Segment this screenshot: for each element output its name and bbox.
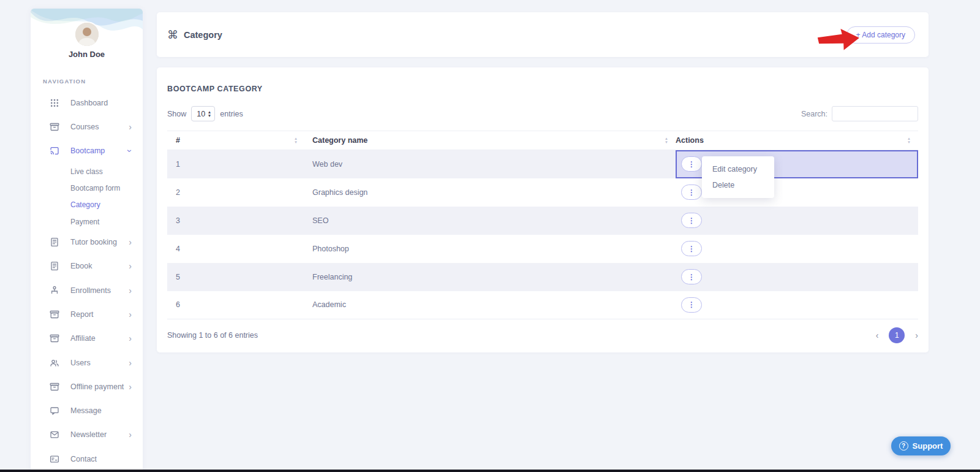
pagination-page-1[interactable]: 1 [889,327,905,343]
chevron-right-icon: › [129,238,132,246]
sidebar-item-label: Bootcamp [70,147,129,155]
entries-label: entries [220,110,243,118]
sort-icon: ▲▼ [665,137,668,144]
sidebar-item-label: Tutor booking [70,238,129,246]
panel-title: BOOTCAMP CATEGORY [167,67,918,93]
sidebar-item-label: Offline payment [70,383,129,391]
column-header-index[interactable]: # ▲▼ [167,131,312,150]
archive-icon [50,382,59,392]
row-category-name: Academic [312,291,676,319]
cast-icon [50,146,59,156]
bootcamp-category-panel: BOOTCAMP CATEGORY Show 10 ▲▼ entries Sea… [157,67,929,352]
chevron-right-icon: › [129,286,132,295]
chevron-right-icon: › [129,430,132,439]
submenu-item-category[interactable]: Category [31,197,143,213]
actions-cell-selected: ⋮ Edit category Delete [676,150,918,178]
user-avatar [75,23,99,46]
sidebar-item-label: Report [70,310,129,319]
sidebar-item-label: Users [70,359,129,367]
search-input[interactable] [832,106,918,121]
sidebar-item-label: Dashboard [70,99,132,107]
row-category-name: Freelancing [312,263,676,291]
table-row: 5 Freelancing ⋮ [167,263,918,291]
sort-icon: ▲▼ [907,137,911,144]
table-row: 2 Graphics design ⋮ [167,178,918,207]
red-arrow-annotation [816,28,862,56]
row-actions-button[interactable]: ⋮ [681,185,702,200]
table-header-row: # ▲▼ Category name ▲▼ Actions ▲▼ [167,131,918,150]
sidebar-item-report[interactable]: Report › [31,302,143,326]
row-category-name: Web dev [312,150,676,178]
submenu-item-live-class[interactable]: Live class [31,163,143,180]
pagination: ‹ 1 › [876,327,918,343]
page-size-select[interactable]: 10 ▲▼ [191,106,215,121]
question-icon: ? [899,441,908,451]
table-row: 6 Academic ⋮ [167,291,918,319]
row-actions-button[interactable]: ⋮ [681,297,702,313]
menu-item-delete[interactable]: Delete [702,177,774,193]
row-category-name: Graphics design [312,178,676,207]
archive-icon [50,333,59,343]
chat-icon [50,406,59,416]
support-button[interactable]: ? Support [891,436,951,455]
chevron-right-icon: › [129,123,132,131]
chevron-right-icon: › [129,310,132,319]
archive-icon [50,310,59,319]
chevron-right-icon: › [129,334,132,343]
sidebar-item-message[interactable]: Message [31,399,143,423]
sidebar-item-label: Courses [70,123,129,131]
pagination-next-icon[interactable]: › [915,330,918,340]
sidebar-nav: Dashboard Courses › Bootcamp › Live clas… [31,91,143,471]
row-actions-button[interactable]: ⋮ [681,156,702,172]
chevron-down-icon: › [126,150,135,153]
menu-item-edit-category[interactable]: Edit category [702,161,774,177]
sidebar-item-ebook[interactable]: Ebook › [31,254,143,278]
submenu-item-bootcamp-form[interactable]: Bootcamp form [31,180,143,196]
sidebar-item-bootcamp[interactable]: Bootcamp › [31,139,143,163]
row-actions-button[interactable]: ⋮ [681,241,702,256]
sidebar-item-label: Contact [70,455,132,463]
sort-icon: ▲▼ [294,137,298,144]
category-table: # ▲▼ Category name ▲▼ Actions ▲▼ [167,131,918,319]
page-title: Category [184,30,222,40]
row-category-name: Photoshop [312,235,676,263]
bootcamp-submenu: Live class Bootcamp form Category Paymen… [31,163,143,230]
grid-icon [50,98,59,108]
actions-context-menu: Edit category Delete [702,156,774,198]
user-name: John Doe [31,50,143,59]
chevron-right-icon: › [129,262,132,270]
select-stepper-icon: ▲▼ [208,110,211,117]
page-size-control: Show 10 ▲▼ entries [167,106,243,121]
sidebar-item-offline-payment[interactable]: Offline payment › [31,375,143,398]
row-actions-button[interactable]: ⋮ [681,269,702,284]
table-row: 1 Web dev ⋮ Edit category Delete [167,150,918,178]
table-controls: Show 10 ▲▼ entries Search: [167,106,918,121]
column-header-actions[interactable]: Actions ▲▼ [676,131,918,150]
column-header-category-name[interactable]: Category name ▲▼ [312,131,676,150]
sidebar-item-newsletter[interactable]: Newsletter › [31,423,143,447]
idcard-icon [50,454,59,464]
row-index: 2 [167,178,312,207]
sidebar-item-label: Affiliate [70,334,129,343]
submenu-item-payment[interactable]: Payment [31,213,143,230]
sidebar-item-courses[interactable]: Courses › [31,115,143,139]
sidebar-item-users[interactable]: Users › [31,351,143,375]
chevron-right-icon: › [129,383,132,391]
row-category-name: SEO [312,207,676,235]
archive-icon [50,122,59,132]
support-label: Support [913,441,943,451]
sidebar: John Doe NAVIGATION Dashboard Courses › [31,9,143,472]
file-icon [50,237,59,247]
users-icon [50,358,59,368]
sidebar-item-label: Newsletter [70,430,129,439]
sidebar-item-tutor-booking[interactable]: Tutor booking › [31,230,143,254]
sidebar-item-dashboard[interactable]: Dashboard [31,91,143,115]
sidebar-item-enrollments[interactable]: Enrollments › [31,278,143,302]
row-actions-button[interactable]: ⋮ [681,213,702,228]
search-control: Search: [801,106,918,121]
sidebar-item-label: Message [70,406,132,415]
sidebar-item-contact[interactable]: Contact [31,447,143,471]
pagination-prev-icon[interactable]: ‹ [876,330,879,340]
chevron-right-icon: › [129,359,132,367]
sidebar-item-affiliate[interactable]: Affiliate › [31,327,143,351]
